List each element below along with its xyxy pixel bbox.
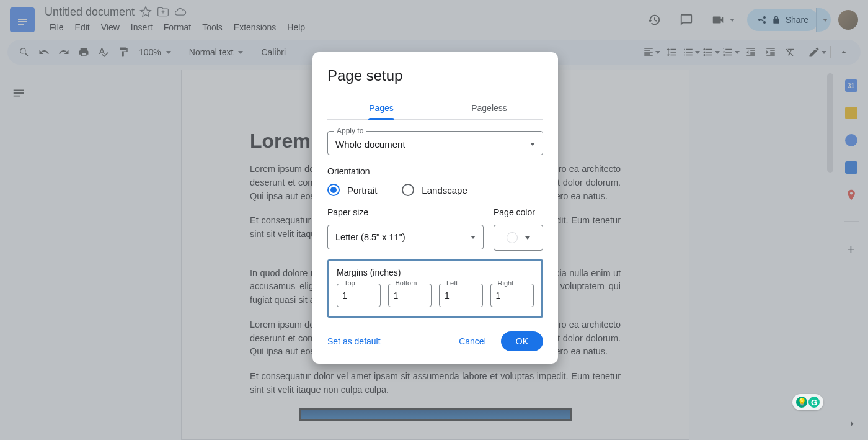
chevron-down-icon: [530, 143, 535, 146]
chevron-down-icon: [525, 236, 530, 240]
margin-right-label: Right: [495, 279, 516, 287]
margin-top-label: Top: [342, 279, 358, 287]
cancel-button[interactable]: Cancel: [449, 331, 496, 351]
margin-left-input[interactable]: [439, 284, 483, 307]
page-color-label: Page color: [494, 207, 543, 217]
page-color-select[interactable]: [494, 225, 543, 251]
grammarly-icon: G: [808, 397, 820, 408]
ok-button[interactable]: OK: [501, 331, 543, 351]
margin-left-label: Left: [444, 279, 460, 287]
page-setup-dialog: Page setup Pages Pageless Apply to Whole…: [312, 52, 558, 364]
set-as-default-button[interactable]: Set as default: [327, 336, 381, 346]
margin-right-input[interactable]: [490, 284, 534, 307]
dialog-title: Page setup: [327, 67, 543, 84]
apply-to-label: Apply to: [334, 127, 366, 135]
margin-bottom-label: Bottom: [393, 279, 420, 287]
color-swatch: [507, 232, 518, 243]
expand-panel-icon[interactable]: [846, 418, 858, 430]
margin-bottom-input[interactable]: [388, 284, 432, 307]
margin-top-input[interactable]: [337, 284, 381, 307]
orientation-portrait[interactable]: Portrait: [327, 184, 377, 196]
bulb-icon: 💡: [796, 397, 807, 408]
radio-unchecked-icon: [402, 184, 414, 196]
orientation-label: Orientation: [327, 166, 543, 176]
tab-pageless[interactable]: Pageless: [435, 97, 543, 119]
margins-section: Margins (inches) Top Bottom Left Right: [327, 259, 543, 318]
grammarly-badge[interactable]: 💡 G: [792, 394, 823, 410]
apply-to-select[interactable]: Apply to Whole document: [327, 131, 543, 155]
tab-pages[interactable]: Pages: [327, 97, 435, 119]
margins-label: Margins (inches): [337, 267, 534, 277]
paper-size-label: Paper size: [327, 207, 484, 217]
paper-size-select[interactable]: Letter (8.5" x 11"): [327, 225, 484, 249]
radio-checked-icon: [327, 184, 340, 196]
dialog-tabs: Pages Pageless: [327, 97, 543, 120]
orientation-landscape[interactable]: Landscape: [402, 184, 467, 196]
chevron-down-icon: [471, 236, 476, 239]
